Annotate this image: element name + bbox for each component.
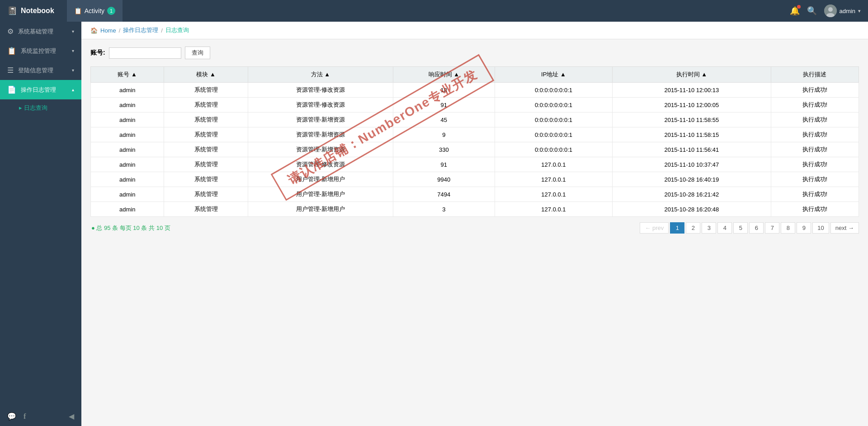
operation-log-icon: 📄: [7, 85, 16, 94]
facebook-icon[interactable]: f: [24, 412, 26, 421]
cell-3: 91: [393, 98, 495, 112]
search-bar: 账号: 查询: [90, 47, 859, 59]
cell-1: 系统管理: [164, 98, 248, 112]
cell-3: 9940: [393, 172, 495, 187]
cell-6: 执行成功!: [771, 202, 859, 217]
pagination-prev[interactable]: ← prev: [640, 222, 669, 234]
cell-3: 18: [393, 83, 495, 98]
topbar-left: 📓 Notebook 📋 Activity 1: [7, 0, 123, 22]
sidebar-item-left: ⚙ 系统基础管理: [7, 27, 53, 36]
sidebar: ⚙ 系统基础管理 ▾ 📋 系统监控管理 ▾ ☰ 登陆信息管理 ▾ 📄 操作日志管…: [0, 22, 81, 426]
pagination-page-10[interactable]: 10: [812, 222, 829, 234]
log-query-label: 日志查询: [24, 104, 47, 111]
cell-2: 用户管理-新增用户: [248, 187, 393, 202]
col-exec-desc: 执行描述: [771, 67, 859, 83]
operation-log-label: 操作日志管理: [21, 86, 56, 94]
sidebar-collapse-button[interactable]: ◀: [69, 412, 74, 421]
cell-6: 执行成功!: [771, 112, 859, 127]
sidebar-item-system-basic[interactable]: ⚙ 系统基础管理 ▾: [0, 22, 81, 41]
login-info-icon: ☰: [7, 66, 14, 75]
col-account[interactable]: 账号 ▲: [91, 67, 164, 83]
sidebar-item-system-monitor[interactable]: 📋 系统监控管理 ▾: [0, 41, 81, 61]
pagination-page-9[interactable]: 9: [797, 222, 811, 234]
cell-2: 资源管理-修改资源: [248, 98, 393, 112]
pagination-page-4[interactable]: 4: [717, 222, 732, 234]
activity-icon: 📋: [74, 7, 82, 14]
cell-1: 系统管理: [164, 127, 248, 142]
activity-tab[interactable]: 📋 Activity 1: [67, 0, 123, 22]
cell-2: 资源管理-新增资源: [248, 127, 393, 142]
sidebar-item-login-info[interactable]: ☰ 登陆信息管理 ▾: [0, 61, 81, 80]
brand-title: Notebook: [21, 7, 54, 15]
breadcrumb-parent[interactable]: 操作日志管理: [123, 26, 158, 34]
table-row: admin系统管理用户管理-新增用户9940127.0.0.12015-10-2…: [91, 172, 859, 187]
col-module[interactable]: 模块 ▲: [164, 67, 248, 83]
main-layout: ⚙ 系统基础管理 ▾ 📋 系统监控管理 ▾ ☰ 登陆信息管理 ▾ 📄 操作日志管…: [0, 22, 868, 426]
pagination-page-2[interactable]: 2: [686, 222, 700, 234]
user-chevron-icon: ▾: [858, 8, 861, 14]
cell-1: 系统管理: [164, 142, 248, 157]
sidebar-item-operation-log[interactable]: 📄 操作日志管理 ▴: [0, 80, 81, 99]
pagination-info: ● 总 95 条 每页 10 条 共 10 页: [90, 224, 171, 232]
pagination-page-1[interactable]: 1: [670, 222, 684, 234]
chat-icon[interactable]: 💬: [7, 412, 16, 421]
pagination-page-7[interactable]: 7: [765, 222, 779, 234]
pagination-page-6[interactable]: 6: [749, 222, 764, 234]
activity-label: Activity: [85, 7, 104, 14]
col-exec-time[interactable]: 执行时间 ▲: [613, 67, 771, 83]
cell-6: 执行成功!: [771, 98, 859, 112]
notebook-logo-icon: 📓: [7, 6, 17, 16]
breadcrumb-sep-1: /: [119, 27, 121, 34]
user-menu[interactable]: admin ▾: [824, 5, 861, 17]
search-icon[interactable]: 🔍: [807, 6, 817, 16]
col-method[interactable]: 方法 ▲: [248, 67, 393, 83]
avatar: [824, 5, 837, 17]
cell-4: 127.0.0.1: [495, 157, 612, 172]
cell-5: 2015-11-10 12:00:13: [613, 83, 771, 98]
pagination-next[interactable]: next →: [830, 222, 859, 234]
cell-6: 执行成功!: [771, 142, 859, 157]
cell-0: admin: [91, 127, 164, 142]
search-input[interactable]: [109, 47, 181, 59]
pagination-page-8[interactable]: 8: [781, 222, 795, 234]
topbar-right: 🔔 🔍 admin ▾: [790, 5, 861, 17]
cell-1: 系统管理: [164, 112, 248, 127]
col-resp-time[interactable]: 响应时间 ▲: [393, 67, 495, 83]
pagination-page-3[interactable]: 3: [702, 222, 716, 234]
cell-5: 2015-11-10 11:58:55: [613, 112, 771, 127]
breadcrumb-sep-2: /: [161, 27, 163, 34]
search-label: 账号:: [90, 49, 105, 57]
cell-5: 2015-11-10 10:37:47: [613, 157, 771, 172]
cell-6: 执行成功!: [771, 172, 859, 187]
username-label: admin: [840, 8, 855, 14]
pagination: ← prev12345678910next →: [640, 222, 859, 234]
cell-4: 0:0:0:0:0:0:0:1: [495, 112, 612, 127]
breadcrumb-current: 日志查询: [165, 26, 189, 34]
activity-badge: 1: [107, 7, 115, 15]
cell-0: admin: [91, 187, 164, 202]
cell-5: 2015-10-28 16:21:42: [613, 187, 771, 202]
search-button[interactable]: 查询: [185, 47, 210, 59]
sidebar-item-left: 📄 操作日志管理: [7, 85, 56, 94]
system-basic-label: 系统基础管理: [18, 28, 53, 36]
pagination-page-5[interactable]: 5: [733, 222, 748, 234]
cell-0: admin: [91, 83, 164, 98]
topbar: 📓 Notebook 📋 Activity 1 🔔 🔍 admin ▾: [0, 0, 868, 22]
cell-2: 资源管理-修改资源: [248, 157, 393, 172]
cell-0: admin: [91, 157, 164, 172]
cell-4: 127.0.0.1: [495, 172, 612, 187]
cell-5: 2015-11-10 11:56:41: [613, 142, 771, 157]
cell-4: 0:0:0:0:0:0:0:1: [495, 98, 612, 112]
cell-3: 7494: [393, 187, 495, 202]
svg-point-1: [828, 7, 833, 12]
system-basic-icon: ⚙: [7, 27, 14, 36]
breadcrumb-home[interactable]: Home: [100, 27, 116, 34]
bell-icon[interactable]: 🔔: [790, 6, 800, 16]
table-row: admin系统管理资源管理-新增资源450:0:0:0:0:0:0:12015-…: [91, 112, 859, 127]
sidebar-arrow-icon: ▾: [72, 48, 74, 53]
sidebar-sub-item-log-query[interactable]: ▸ 日志查询: [0, 99, 81, 117]
breadcrumb: 🏠 Home / 操作日志管理 / 日志查询: [81, 22, 868, 39]
data-table: 账号 ▲ 模块 ▲ 方法 ▲ 响应时间 ▲ IP地址 ▲ 执行时间 ▲ 执行描述…: [90, 66, 859, 217]
col-ip[interactable]: IP地址 ▲: [495, 67, 612, 83]
cell-0: admin: [91, 172, 164, 187]
